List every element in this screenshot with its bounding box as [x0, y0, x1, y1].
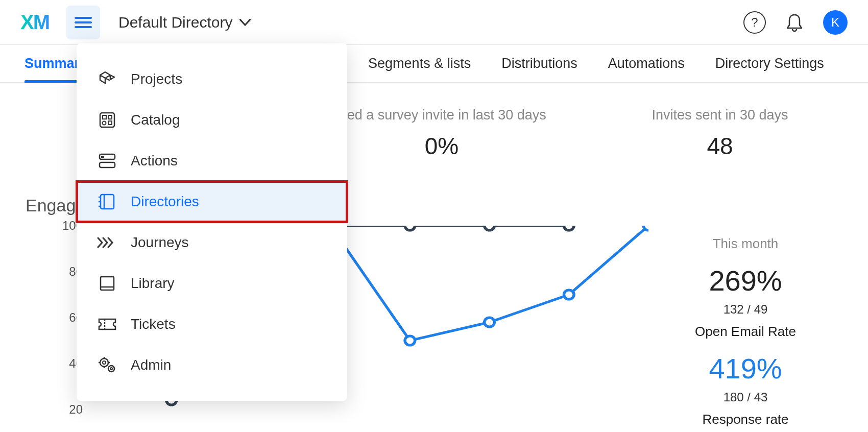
svg-rect-19 [101, 156, 104, 158]
side-period: This month [648, 236, 842, 252]
side-stats: This month 269% 132 / 49 Open Email Rate… [648, 226, 842, 432]
svg-point-4 [485, 226, 495, 230]
svg-point-15 [103, 122, 106, 125]
response-rate-label: Response rate [648, 412, 842, 427]
admin-icon [97, 355, 117, 375]
menu-item-label: Library [131, 275, 175, 292]
open-rate-ratio: 132 / 49 [648, 302, 842, 317]
bell-icon [786, 13, 803, 32]
app-header: XM Default Directory ? K [0, 0, 868, 45]
stat-label: Invites sent in 30 days [597, 107, 842, 123]
help-button[interactable]: ? [743, 11, 766, 34]
svg-point-28 [100, 358, 108, 367]
menu-item-catalog[interactable]: Catalog [77, 100, 347, 140]
tab-label: Directory Settings [715, 56, 824, 71]
menu-item-actions[interactable]: Actions [77, 140, 347, 181]
menu-item-label: Journeys [131, 234, 189, 251]
tab-label: Automations [608, 56, 685, 71]
open-rate-pct: 269% [648, 264, 842, 297]
svg-point-10 [564, 290, 574, 299]
menu-item-journeys[interactable]: Journeys [77, 222, 347, 263]
svg-rect-25 [101, 277, 114, 290]
menu-item-label: Tickets [131, 316, 176, 332]
svg-rect-16 [108, 121, 112, 125]
svg-rect-20 [101, 195, 114, 209]
chevron-down-icon [239, 19, 251, 26]
directories-icon [97, 191, 117, 212]
hamburger-icon [75, 17, 92, 28]
projects-icon [97, 69, 117, 89]
main-menu-dropdown: Projects Catalog Actions Directories Jou… [77, 43, 347, 401]
svg-rect-13 [103, 115, 106, 119]
svg-point-30 [108, 366, 114, 372]
tab-label: Distributions [501, 56, 577, 71]
menu-item-directories[interactable]: Directories [77, 181, 347, 222]
response-rate-ratio: 180 / 43 [648, 390, 842, 404]
directory-selector-label: Default Directory [118, 14, 232, 31]
stat-value: 48 [597, 132, 842, 160]
open-rate-label: Open Email Rate [648, 324, 842, 340]
svg-point-3 [405, 226, 415, 230]
y-tick: 20 [69, 402, 83, 417]
svg-rect-14 [108, 115, 112, 119]
svg-point-5 [564, 226, 574, 230]
journeys-icon [97, 232, 117, 253]
menu-item-label: Projects [131, 71, 182, 87]
library-icon [97, 273, 117, 294]
svg-rect-18 [100, 162, 115, 167]
menu-item-label: Directories [131, 194, 199, 210]
menu-item-tickets[interactable]: Tickets [77, 304, 347, 345]
svg-point-8 [405, 336, 415, 345]
user-avatar[interactable]: K [823, 10, 848, 35]
catalog-icon [97, 110, 117, 130]
svg-point-31 [110, 368, 112, 370]
tab-distributions[interactable]: Distributions [501, 45, 577, 83]
tab-automations[interactable]: Automations [608, 45, 685, 83]
tab-label: Segments & lists [368, 56, 471, 71]
menu-item-label: Actions [131, 153, 178, 169]
actions-icon [97, 151, 117, 171]
avatar-initial: K [831, 15, 839, 30]
svg-point-11 [643, 226, 648, 230]
menu-item-projects[interactable]: Projects [77, 59, 347, 100]
tab-directory-settings[interactable]: Directory Settings [715, 45, 824, 83]
menu-item-label: Admin [131, 357, 171, 373]
svg-point-9 [485, 318, 495, 327]
tab-segments[interactable]: Segments & lists [368, 45, 471, 83]
response-rate-pct: 419% [648, 352, 842, 385]
stat-card: Invites sent in 30 days 48 [597, 98, 842, 180]
menu-item-admin[interactable]: Admin [77, 345, 347, 386]
directory-selector[interactable]: Default Directory [118, 14, 251, 31]
question-icon: ? [751, 15, 758, 30]
notifications-button[interactable] [783, 11, 806, 34]
main-menu-button[interactable] [66, 6, 100, 39]
menu-item-label: Catalog [131, 112, 180, 128]
svg-point-29 [103, 361, 106, 364]
tickets-icon [97, 314, 117, 334]
menu-item-library[interactable]: Library [77, 263, 347, 304]
logo: XM [20, 11, 49, 34]
